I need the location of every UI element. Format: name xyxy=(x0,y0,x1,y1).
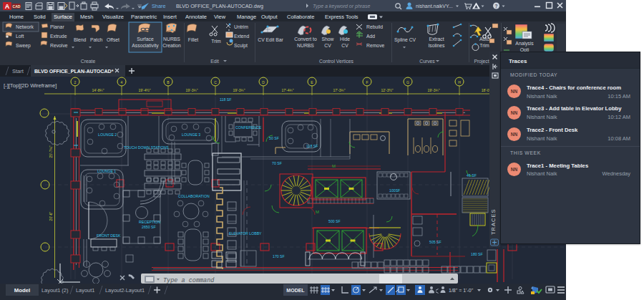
svg-text:CONFERENCE: CONFERENCE xyxy=(235,125,262,130)
svg-text:50 SF: 50 SF xyxy=(269,136,279,140)
svg-text:500 SF: 500 SF xyxy=(328,219,341,223)
svg-text:Layout2-Layout1: Layout2-Layout1 xyxy=(105,287,145,294)
svg-text:Associativity: Associativity xyxy=(132,43,159,49)
svg-text:Curves: Curves xyxy=(419,59,435,64)
svg-text:Loft: Loft xyxy=(16,34,24,39)
svg-text:Type a command: Type a command xyxy=(163,277,215,284)
svg-text:25'-7¾": 25'-7¾" xyxy=(49,145,53,158)
svg-text:17'-3¾": 17'-3¾" xyxy=(333,88,346,92)
svg-text:Untrim: Untrim xyxy=(234,24,248,29)
svg-text:FRONT DESK: FRONT DESK xyxy=(97,233,121,238)
svg-text:2650 SF: 2650 SF xyxy=(142,225,156,229)
svg-text:Extrude: Extrude xyxy=(50,34,67,39)
svg-text:12'-3½": 12'-3½" xyxy=(381,88,394,92)
svg-text:100SF: 100SF xyxy=(389,188,400,193)
svg-text:Control Vertices: Control Vertices xyxy=(319,59,354,64)
svg-text:Surface: Surface xyxy=(137,37,154,42)
svg-text:Layout1: Layout1 xyxy=(76,287,94,294)
svg-text:46 SF: 46 SF xyxy=(467,173,477,178)
svg-text:LOUNGE 1: LOUNGE 1 xyxy=(97,169,116,173)
svg-text:M: M xyxy=(316,210,319,214)
svg-text:70 SF: 70 SF xyxy=(272,161,282,165)
svg-text:Create: Create xyxy=(81,59,96,64)
svg-text:Rebuild: Rebuild xyxy=(366,24,383,29)
svg-text:Share: Share xyxy=(152,3,165,9)
svg-text:?: ? xyxy=(495,4,498,9)
svg-text:Model: Model xyxy=(14,287,31,294)
svg-text:Trim: Trim xyxy=(211,39,221,44)
svg-text:Sweep: Sweep xyxy=(16,43,31,49)
svg-text:Offset: Offset xyxy=(107,37,119,42)
svg-text:170 SF: 170 SF xyxy=(273,254,285,258)
svg-text:118 SF: 118 SF xyxy=(306,144,318,148)
svg-text:Revolve: Revolve xyxy=(50,43,68,48)
svg-text:2: 2 xyxy=(74,80,77,84)
svg-text:TOUCH DOWN STATIONS: TOUCH DOWN STATIONS xyxy=(124,145,169,150)
svg-text:Sculpt: Sculpt xyxy=(234,43,248,49)
svg-text:Extract: Extract xyxy=(429,37,444,42)
svg-text:NURBS: NURBS xyxy=(163,37,180,42)
svg-text:Add: Add xyxy=(366,34,375,39)
svg-text:118 SF: 118 SF xyxy=(220,97,231,102)
svg-text:4: 4 xyxy=(121,80,123,84)
svg-text:Analysis: Analysis xyxy=(515,41,534,47)
svg-text:Network: Network xyxy=(16,24,34,29)
svg-text:Fillet: Fillet xyxy=(188,37,198,42)
svg-text:H: H xyxy=(458,80,461,84)
svg-text:20'-6": 20'-6" xyxy=(49,211,53,221)
svg-text:Start: Start xyxy=(12,68,24,74)
svg-text:RECEPTION: RECEPTION xyxy=(139,220,161,224)
svg-text:BLVD OFFICE_PLAN-AUTOCAD.dwg: BLVD OFFICE_PLAN-AUTOCAD.dwg xyxy=(176,3,263,9)
svg-text:505 SF: 505 SF xyxy=(429,240,441,244)
svg-text:[-][Top][2D Wireframe]: [-][Top][2D Wireframe] xyxy=(4,82,57,89)
svg-text:LOUNGE 2: LOUNGE 2 xyxy=(98,132,117,137)
svg-text:Type a keyword or phrase: Type a keyword or phrase xyxy=(313,4,371,9)
svg-text:NURBS: NURBS xyxy=(297,43,314,48)
svg-text:Hide: Hide xyxy=(340,37,350,42)
svg-text:B: B xyxy=(167,80,170,84)
svg-text:A: A xyxy=(5,3,10,10)
svg-text:19'-3¾": 19'-3¾" xyxy=(186,88,198,92)
svg-text:Project: Project xyxy=(474,59,489,64)
svg-text:E: E xyxy=(311,80,313,84)
svg-text:Planar: Planar xyxy=(50,24,64,29)
svg-text:1/8" = 1'-0": 1/8" = 1'-0" xyxy=(449,288,474,293)
svg-text:17'-4¾": 17'-4¾" xyxy=(282,88,294,92)
svg-text:Isolines: Isolines xyxy=(428,43,445,48)
svg-text:Layout1 (2): Layout1 (2) xyxy=(42,287,68,294)
svg-text:ELEVATOR LOBBY: ELEVATOR LOBBY xyxy=(229,231,262,236)
svg-text:CAD: CAD xyxy=(13,4,21,9)
svg-text:C: C xyxy=(214,80,217,84)
svg-text:F: F xyxy=(366,80,368,84)
svg-text:19'-4½": 19'-4½" xyxy=(139,88,151,92)
svg-text:CV Edit Bar: CV Edit Bar xyxy=(258,37,283,42)
svg-text:LOUNGE 3: LOUNGE 3 xyxy=(182,132,200,137)
svg-text:G: G xyxy=(406,80,409,84)
svg-text:Show: Show xyxy=(321,37,333,42)
svg-text:Remove: Remove xyxy=(366,43,385,48)
svg-text:Trim: Trim xyxy=(479,43,489,48)
svg-text:TRACES: TRACES xyxy=(490,209,497,235)
svg-text:19'-3¾": 19'-3¾" xyxy=(428,88,440,92)
svg-text:BLVD OFFICE_PLAN-AUTOCAD*: BLVD OFFICE_PLAN-AUTOCAD* xyxy=(34,69,114,74)
svg-text:COLLABORATION: COLLABORATION xyxy=(178,194,210,198)
svg-text:180 SF: 180 SF xyxy=(471,252,483,256)
svg-text:Spline CV: Spline CV xyxy=(394,37,416,43)
svg-text:19'-3¾": 19'-3¾" xyxy=(233,88,245,92)
svg-text:Creation: Creation xyxy=(162,43,181,48)
svg-text:CV: CV xyxy=(324,43,331,48)
svg-text:Convert to: Convert to xyxy=(294,37,317,42)
svg-text:CV: CV xyxy=(341,43,348,48)
svg-text:nishant.naikVY...: nishant.naikVY... xyxy=(416,4,453,9)
svg-text:M: M xyxy=(332,164,336,168)
svg-text:14'-8¼": 14'-8¼" xyxy=(92,88,104,92)
svg-text:Edit: Edit xyxy=(210,59,219,64)
svg-text:Extend: Extend xyxy=(234,34,249,39)
svg-text:MODEL: MODEL xyxy=(286,288,305,293)
svg-text:D: D xyxy=(262,80,265,84)
svg-text:Patch: Patch xyxy=(90,37,103,42)
svg-text:Blend: Blend xyxy=(74,37,87,42)
